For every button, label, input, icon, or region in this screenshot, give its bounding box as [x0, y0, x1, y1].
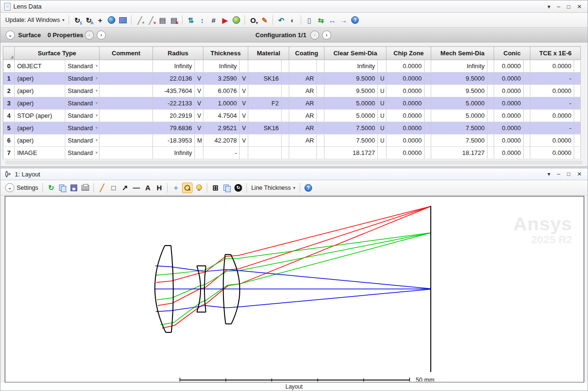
cell-radius-solve[interactable]: V: [195, 122, 203, 134]
cell-mech-semi-dia-solve[interactable]: [487, 85, 494, 97]
cell-coating[interactable]: AR: [289, 122, 317, 134]
cell-tce[interactable]: -: [530, 97, 574, 110]
line-tool-icon-button[interactable]: —: [131, 183, 142, 193]
cell-tce[interactable]: 0.0000: [530, 85, 574, 97]
cell-thickness[interactable]: 1.0000: [203, 97, 240, 110]
cell-radius[interactable]: Infinity: [153, 60, 195, 72]
column-header-radius[interactable]: Radius: [153, 47, 203, 60]
cell-radius[interactable]: 20.2919: [153, 110, 195, 122]
cell-tce[interactable]: 0.0000: [530, 147, 574, 159]
cell-thickness-solve[interactable]: V: [240, 134, 248, 147]
type-dropdown-icon[interactable]: ▾: [95, 63, 98, 68]
cell-clear-semi-dia-solve[interactable]: U: [378, 72, 386, 85]
system-aperture-icon-button[interactable]: #: [208, 15, 219, 25]
column-header-mech-semi-dia[interactable]: Mech Semi-Dia: [431, 47, 494, 60]
column-header-surface-type[interactable]: Surface Type: [15, 47, 100, 60]
cell-thickness-solve[interactable]: V: [240, 122, 248, 134]
image-simulation-icon-button[interactable]: [118, 15, 128, 25]
cell-mech-semi-dia[interactable]: 9.5000: [431, 72, 487, 85]
cell-comment[interactable]: [100, 60, 153, 72]
cell-surface-label[interactable]: STOP (aper): [15, 110, 65, 122]
cell-radius[interactable]: 79.6836: [153, 122, 195, 134]
column-header-material[interactable]: Material: [248, 47, 289, 60]
cell-tce[interactable]: 0.0000: [530, 60, 574, 72]
copy-icon-button[interactable]: [57, 183, 68, 193]
cell-radius[interactable]: Infinity: [153, 147, 195, 159]
dimension-tool-icon-button[interactable]: H: [154, 183, 164, 193]
update-all-icon-button[interactable]: ↻A: [83, 15, 94, 25]
fields-icon-button[interactable]: ⇅: [185, 15, 196, 25]
cell-chip-zone[interactable]: 0.0000: [386, 147, 425, 159]
cell-coating[interactable]: AR: [289, 85, 317, 97]
type-dropdown-icon[interactable]: ▾: [95, 113, 98, 118]
surface-shape-icon-button[interactable]: O▾: [248, 15, 258, 25]
zoom-icon-button[interactable]: [182, 183, 193, 193]
cell-thickness[interactable]: 42.2078: [203, 134, 240, 147]
cell-radius-solve[interactable]: [195, 60, 203, 72]
help-button[interactable]: [303, 183, 314, 193]
ray-database-icon-button[interactable]: ▤: [157, 15, 168, 25]
delete-ray-database-icon-button[interactable]: ▤✕: [169, 15, 179, 25]
cell-coating[interactable]: AR: [289, 97, 317, 110]
cell-mech-semi-dia[interactable]: 9.5000: [431, 85, 487, 97]
layout-titlebar[interactable]: 1: Layout ▾–□✕: [0, 168, 588, 180]
cell-clear-semi-dia-solve[interactable]: [378, 60, 386, 72]
cell-chip-zone-solve[interactable]: [425, 147, 431, 159]
cell-clear-semi-dia[interactable]: 7.5000: [324, 122, 378, 134]
cell-thickness[interactable]: 4.7504: [203, 110, 240, 122]
cell-mech-semi-dia-solve[interactable]: [487, 147, 494, 159]
materials-catalog-icon-button[interactable]: [231, 15, 242, 25]
cell-tce-solve[interactable]: [574, 134, 581, 147]
cell-coating-solve[interactable]: [317, 110, 324, 122]
toggle-display-icon-button[interactable]: ◐: [287, 15, 298, 25]
column-header-clear-semi-dia[interactable]: Clear Semi-Dia: [324, 47, 386, 60]
cell-mech-semi-dia[interactable]: 18.1727: [431, 147, 487, 159]
cell-surface-label[interactable]: (aper): [15, 134, 65, 147]
copy-window-icon-button[interactable]: [222, 183, 232, 193]
cell-material-solve[interactable]: [282, 147, 289, 159]
cell-thickness-solve[interactable]: V: [240, 110, 248, 122]
history-icon-button[interactable]: [233, 183, 243, 193]
split-view-icon-button[interactable]: ⊞: [210, 183, 221, 193]
cell-material-solve[interactable]: [282, 60, 289, 72]
cell-comment[interactable]: [100, 122, 153, 134]
cell-mech-semi-dia[interactable]: 7.5000: [431, 134, 487, 147]
cell-surface-label[interactable]: (aper): [15, 122, 65, 134]
column-header-chip-zone[interactable]: Chip Zone: [386, 47, 431, 60]
cell-surface-type[interactable]: Standard▾: [65, 72, 100, 85]
cell-conic[interactable]: 0.0000: [494, 60, 524, 72]
cell-coating[interactable]: AR: [289, 110, 317, 122]
cell-radius[interactable]: 22.0136: [153, 72, 195, 85]
cell-comment[interactable]: [100, 147, 153, 159]
cell-surface-type[interactable]: Standard▾: [65, 85, 100, 97]
cell-chip-zone[interactable]: 0.0000: [386, 85, 425, 97]
cell-thickness-solve[interactable]: [240, 60, 248, 72]
cell-clear-semi-dia-solve[interactable]: U: [378, 110, 386, 122]
cell-chip-zone[interactable]: 0.0000: [386, 122, 425, 134]
layout-plot-canvas[interactable]: Ansys 2025 R2: [5, 196, 584, 383]
editor-settings-icon-button[interactable]: ▯: [304, 15, 314, 25]
column-header-conic[interactable]: Conic: [494, 47, 530, 60]
cell-coating-solve[interactable]: [317, 122, 324, 134]
cell-radius-solve[interactable]: M: [195, 134, 203, 147]
undo-icon-button[interactable]: ↶: [276, 15, 286, 25]
cell-mech-semi-dia[interactable]: 5.0000: [431, 110, 487, 122]
cell-chip-zone-solve[interactable]: [425, 85, 431, 97]
prev-config-button[interactable]: ‹: [310, 31, 319, 40]
cell-chip-zone-solve[interactable]: [425, 97, 431, 110]
cell-comment[interactable]: [100, 85, 153, 97]
cell-radius[interactable]: -435.7604: [153, 85, 195, 97]
cell-radius-solve[interactable]: V: [195, 97, 203, 110]
wavelengths-icon-button[interactable]: ↕: [197, 15, 207, 25]
update-mode-dropdown[interactable]: Update: All Windows ▾: [3, 17, 66, 23]
cell-coating-solve[interactable]: [317, 85, 324, 97]
update-once-icon-button[interactable]: ↻1: [72, 15, 82, 25]
cell-clear-semi-dia-solve[interactable]: [378, 147, 386, 159]
cell-clear-semi-dia[interactable]: 5.0000: [324, 110, 378, 122]
window-menu-icon[interactable]: ▾: [547, 4, 550, 10]
cell-surface-label[interactable]: IMAGE: [15, 147, 65, 159]
cell-clear-semi-dia-solve[interactable]: U: [378, 85, 386, 97]
cell-tce[interactable]: -: [530, 122, 574, 134]
cell-material[interactable]: F2: [248, 97, 282, 110]
cell-material[interactable]: SK16: [248, 122, 282, 134]
